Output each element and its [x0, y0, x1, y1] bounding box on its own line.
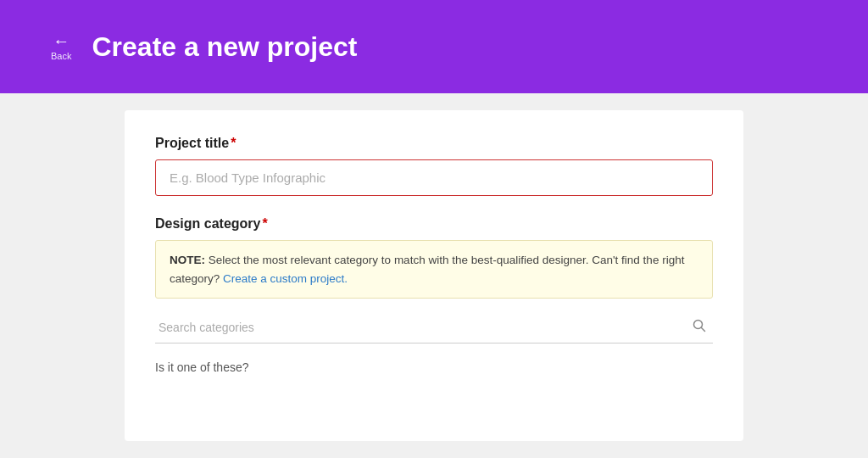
suggestion-label: Is it one of these?: [155, 357, 713, 377]
back-arrow-icon: ←: [53, 32, 70, 49]
back-button[interactable]: ← Back: [51, 32, 71, 61]
form-card: Project title* Design category* NOTE: Se…: [125, 110, 743, 441]
required-star-title: *: [231, 136, 236, 151]
required-star-category: *: [262, 216, 267, 232]
search-wrapper: [155, 312, 713, 344]
note-bold: NOTE:: [170, 254, 205, 266]
back-label: Back: [51, 51, 71, 61]
page-title: Create a new project: [92, 31, 357, 63]
page-header: ← Back Create a new project: [0, 0, 868, 93]
design-category-field: Design category* NOTE: Select the most r…: [155, 216, 713, 377]
project-title-field: Project title*: [155, 136, 713, 196]
project-title-input[interactable]: [155, 159, 713, 196]
search-categories-input[interactable]: [155, 312, 713, 343]
design-category-label: Design category*: [155, 216, 713, 232]
main-content: Project title* Design category* NOTE: Se…: [0, 93, 868, 458]
project-title-label: Project title*: [155, 136, 713, 151]
note-box: NOTE: Select the most relevant category …: [155, 240, 713, 299]
create-custom-project-link[interactable]: Create a custom project.: [223, 272, 348, 285]
